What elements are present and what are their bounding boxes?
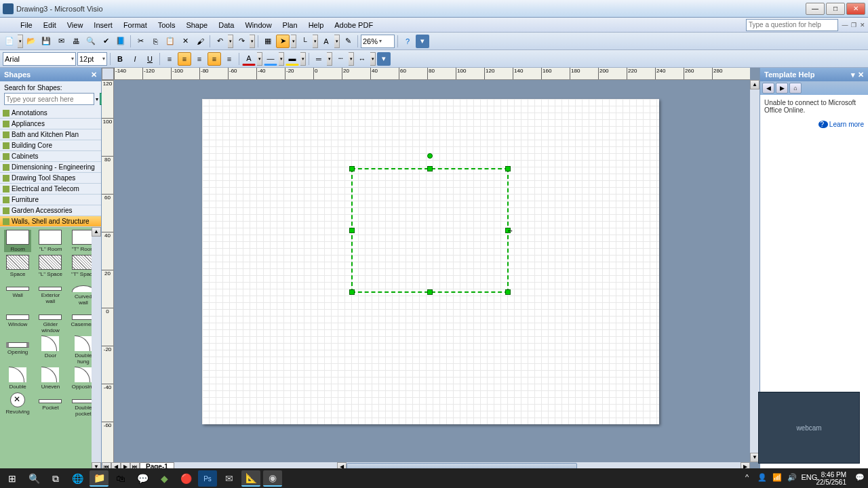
bold-button[interactable]: B	[113, 52, 127, 66]
resize-handle-bm[interactable]	[427, 289, 433, 295]
taskbar-photoshop-icon[interactable]: Ps	[198, 470, 217, 487]
menu-shape[interactable]: Shape	[180, 20, 213, 30]
stencil-item-dimensioning[interactable]: Dimensioning - Engineering	[0, 162, 101, 173]
resize-handle-tr[interactable]	[505, 166, 511, 171]
align-left-button[interactable]: ≡	[163, 52, 176, 66]
stencil-item-electrical[interactable]: Electrical and Telecom	[0, 184, 101, 195]
text-dropdown[interactable]: ▾	[334, 35, 340, 48]
shapes-scrollbar[interactable]: ▲ ▼	[92, 227, 101, 472]
line-color-dropdown[interactable]: ▾	[279, 52, 284, 66]
template-help-menu-button[interactable]: ▾	[851, 70, 855, 79]
shapes-panel-close-button[interactable]: ✕	[91, 70, 97, 79]
undo-dropdown[interactable]: ▾	[228, 35, 233, 48]
taskbar-explorer-icon[interactable]: 📁	[90, 470, 108, 487]
taskbar-chrome-icon[interactable]: 🔴	[176, 470, 195, 487]
line-ends-button[interactable]: ↔	[355, 52, 369, 66]
taskbar-search-icon[interactable]: 🔍	[24, 470, 43, 487]
stencil-item-garden[interactable]: Garden Accessories	[0, 205, 101, 216]
taskbar-store-icon[interactable]: 🛍	[111, 470, 130, 487]
taskbar-edge-icon[interactable]: 🌐	[68, 470, 87, 487]
shape-door[interactable]: Door	[37, 336, 64, 365]
shapes-search-dropdown[interactable]: ▾	[96, 96, 98, 102]
shapes-search-input[interactable]	[4, 93, 94, 105]
help-search-input[interactable]	[746, 19, 838, 31]
text-tool-button[interactable]: A	[319, 35, 333, 48]
horizontal-ruler[interactable]: -140-120-100-80-60-40-200204060801001201…	[114, 68, 750, 80]
stencil-item-appliances[interactable]: Appliances	[0, 119, 101, 129]
toolbar-options-button[interactable]: ▾	[416, 35, 429, 48]
help-forward-button[interactable]: ▶	[776, 83, 788, 94]
menu-edit[interactable]: Edit	[38, 20, 62, 30]
help-learn-more-link[interactable]: Learn more	[764, 121, 864, 128]
help-home-button[interactable]: ⌂	[789, 83, 802, 94]
pointer-tool-button[interactable]: ➤	[276, 35, 290, 48]
resize-handle-tl[interactable]	[349, 166, 355, 171]
align-right-button[interactable]: ≡	[193, 52, 206, 66]
menu-file[interactable]: File	[15, 20, 38, 30]
resize-handle-tm[interactable]	[427, 166, 433, 171]
pointer-dropdown[interactable]: ▾	[291, 35, 296, 48]
underline-button[interactable]: U	[143, 52, 157, 66]
canvas-viewport[interactable]: ↔	[114, 80, 750, 462]
resize-handle-bl[interactable]	[349, 289, 355, 295]
line-pattern-button[interactable]: ┄	[334, 52, 347, 66]
menu-insert[interactable]: Insert	[88, 20, 118, 30]
line-ends-dropdown[interactable]: ▾	[370, 52, 376, 66]
shapes-scroll-up[interactable]: ▲	[92, 227, 101, 237]
fill-color-dropdown[interactable]: ▾	[300, 52, 306, 66]
preview-button[interactable]: 🔍	[84, 35, 98, 48]
menu-data[interactable]: Data	[213, 20, 239, 30]
taskbar-visio-icon[interactable]: 📐	[241, 470, 260, 487]
font-color-dropdown[interactable]: ▾	[257, 52, 262, 66]
shape-opening[interactable]: Opening	[4, 336, 31, 365]
template-help-close-button[interactable]: ✕	[858, 70, 864, 79]
shape-window[interactable]: Window	[4, 308, 31, 333]
stencil-item-building[interactable]: Building Core	[0, 140, 101, 151]
taskbar-mail-icon[interactable]: ✉	[220, 470, 239, 487]
align-center-button[interactable]: ≡	[178, 52, 191, 66]
format-painter-button[interactable]: 🖌	[193, 35, 207, 48]
taskbar-line-icon[interactable]: 💬	[133, 470, 152, 487]
shape-double[interactable]: Double	[4, 367, 31, 390]
maximize-button[interactable]: □	[826, 3, 845, 15]
taskbar-taskview-icon[interactable]: ⧉	[46, 470, 65, 487]
tray-lang-indicator[interactable]: ENG	[802, 473, 812, 484]
doc-minimize-button[interactable]: —	[841, 21, 849, 29]
shape-l-space[interactable]: "L" Space	[37, 255, 64, 277]
tray-network-icon[interactable]: 📶	[772, 473, 783, 484]
paste-button[interactable]: 📋	[163, 35, 177, 48]
stencil-item-drawing[interactable]: Drawing Tool Shapes	[0, 173, 101, 184]
copy-button[interactable]: ⎘	[149, 35, 162, 48]
shape-exterior-wall[interactable]: Exterior wall	[37, 280, 64, 306]
line-pattern-dropdown[interactable]: ▾	[349, 52, 354, 66]
new-button[interactable]: 📄	[3, 35, 16, 48]
menu-adobepdf[interactable]: Adobe PDF	[329, 20, 378, 30]
menu-window[interactable]: Window	[239, 20, 277, 30]
menu-help[interactable]: Help	[303, 20, 330, 30]
shape-revolving[interactable]: Revolving	[4, 392, 31, 417]
align-middle-button[interactable]: ≡	[208, 52, 221, 66]
shape-wall[interactable]: Wall	[4, 280, 31, 306]
shape-pocket[interactable]: Pocket	[37, 392, 64, 417]
tray-up-icon[interactable]: ^	[742, 473, 753, 484]
italic-button[interactable]: I	[128, 52, 142, 66]
zoom-combo[interactable]: 26%▾	[361, 35, 395, 48]
start-button[interactable]: ⊞	[3, 470, 22, 487]
shape-uneven[interactable]: Uneven	[37, 367, 64, 390]
menu-plan[interactable]: Plan	[277, 20, 303, 30]
line-weight-dropdown[interactable]: ▾	[327, 52, 332, 66]
vertical-ruler[interactable]: 120100806040200-20-40-60	[102, 80, 114, 462]
menu-format[interactable]: Format	[118, 20, 153, 30]
close-button[interactable]: ✕	[846, 3, 865, 15]
menu-view[interactable]: View	[62, 20, 89, 30]
shapes-window-button[interactable]: ▦	[261, 35, 275, 48]
undo-button[interactable]: ↶	[213, 35, 226, 48]
shape-space[interactable]: Space	[4, 255, 31, 277]
doc-icon[interactable]	[3, 20, 12, 30]
fill-color-button[interactable]: ▬	[285, 52, 299, 66]
stencil-item-bath[interactable]: Bath and Kitchen Plan	[0, 129, 101, 140]
print-button[interactable]: 🖶	[69, 35, 83, 48]
minimize-button[interactable]: —	[806, 3, 825, 15]
taskbar-app1-icon[interactable]: ◆	[155, 470, 174, 487]
tray-people-icon[interactable]: 👤	[757, 473, 768, 484]
